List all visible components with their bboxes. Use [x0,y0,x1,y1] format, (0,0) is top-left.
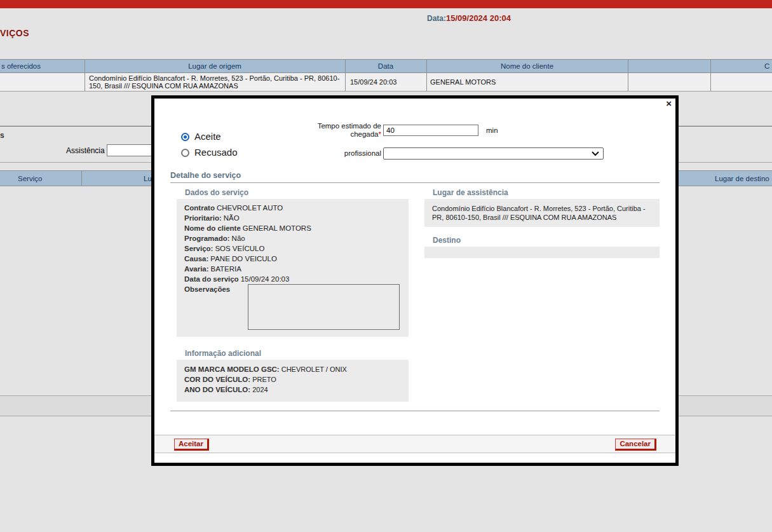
destination-heading: Destino [433,236,461,245]
chevron-down-icon [592,151,599,156]
radio-aceite[interactable] [181,133,189,141]
observations-label: Observações [184,284,248,330]
field-avaria: Avaria:BATERIA [184,264,401,274]
field-observacoes: Observações [184,284,401,330]
header-client: Nome do cliente [426,62,628,70]
page-title: VIÇOS [0,28,29,38]
field-causa: Causa:PANE DO VEICULO [184,254,401,264]
service-row-client: GENERAL MOTORS [430,78,496,86]
radio-recusado-label[interactable]: Recusado [194,147,238,158]
radio-recusado[interactable] [181,149,189,157]
field-data-servico: Data do serviço15/09/24 20:03 [184,274,401,284]
field-ano: ANO DO VEÍCULO:2024 [184,385,401,395]
assistencia-input[interactable] [107,144,154,156]
assistance-place-panel: Condomínio Edifício Blancafort - R. Morr… [424,199,660,227]
additional-info-panel: GM MARCA MODELO GSC:CHEVROLET / ONIX COR… [177,360,409,402]
top-red-bar [0,0,772,8]
header-contract-cut: C [764,62,769,70]
service-data-panel: ContratoCHEVROLET AUTO Prioritario:NÃO N… [177,199,409,337]
professional-select[interactable] [383,147,604,160]
header-services-offered: s oferecidos [1,62,41,70]
services-table: s oferecidos Lugar de origem Data Nome d… [0,59,772,92]
detail-divider [170,182,660,183]
header-destination: Lugar de destino [715,175,769,182]
field-servico: Serviço:SOS VEÍCULO [184,243,401,254]
assistance-place-heading: Lugar de assistência [433,188,508,197]
date-label: Data: [427,14,446,23]
header-service: Serviço [18,175,42,182]
service-row-date: 15/09/24 20:03 [350,78,396,86]
observations-textarea[interactable] [248,284,400,330]
additional-info-heading: Informação adicional [185,349,261,358]
cancel-button[interactable]: Cancelar [615,439,656,451]
current-datetime: Data:15/09/2024 20:04 [427,13,511,23]
field-contrato: ContratoCHEVROLET AUTO [184,203,401,213]
eta-label: Tempo estimado de chegada* [278,122,381,139]
service-data-heading: Dados do serviço [185,188,248,197]
destination-panel [424,247,660,258]
services-table-header: s oferecidos Lugar de origem Data Nome d… [0,59,772,73]
dialog-footer: Aceitar Cancelar [154,435,675,453]
header-date: Data [345,62,426,70]
footer-divider [170,411,660,411]
field-programado: Programado:Não [184,233,401,243]
accept-button[interactable]: Aceitar [174,439,209,451]
field-marca-modelo: GM MARCA MODELO GSC:CHEVROLET / ONIX [184,364,401,374]
professional-label: profissional [278,149,381,158]
radio-aceite-label[interactable]: Aceite [194,131,221,142]
date-value: 15/09/2024 20:04 [446,13,511,23]
service-accept-dialog: × Aceite Recusado Tempo estimado de cheg… [151,95,679,466]
service-row[interactable]: Condomínio Edifício Blancafort - R. Morr… [0,73,772,92]
cut-text: s [0,131,4,140]
close-icon[interactable]: × [666,99,672,109]
eta-unit: min [486,126,498,134]
field-cliente: Nome do clienteGENERAL MOTORS [184,223,401,233]
field-prioritario: Prioritario:NÃO [184,213,401,223]
field-cor: COR DO VEÍCULO:PRETO [184,374,401,385]
header-origin: Lugar de origem [85,62,345,70]
required-asterisk: * [379,130,381,138]
assistencia-label: Assistência [66,146,105,155]
service-row-origin: Condomínio Edifício Blancafort - R. Morr… [89,74,342,90]
detail-heading: Detalhe do serviço [170,171,241,180]
eta-input[interactable] [383,125,478,136]
